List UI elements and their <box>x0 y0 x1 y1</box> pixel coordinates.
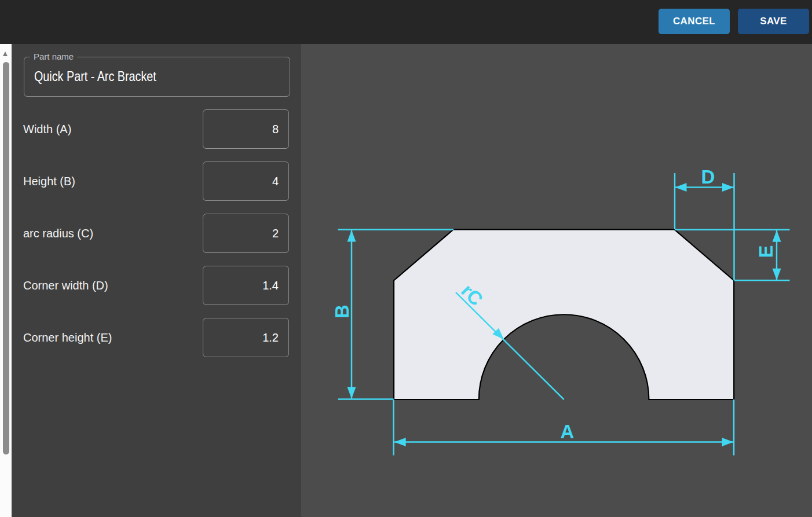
svg-text:E: E <box>755 245 777 258</box>
svg-text:D: D <box>701 166 715 188</box>
svg-text:A: A <box>561 421 575 442</box>
svg-text:B: B <box>331 305 353 318</box>
